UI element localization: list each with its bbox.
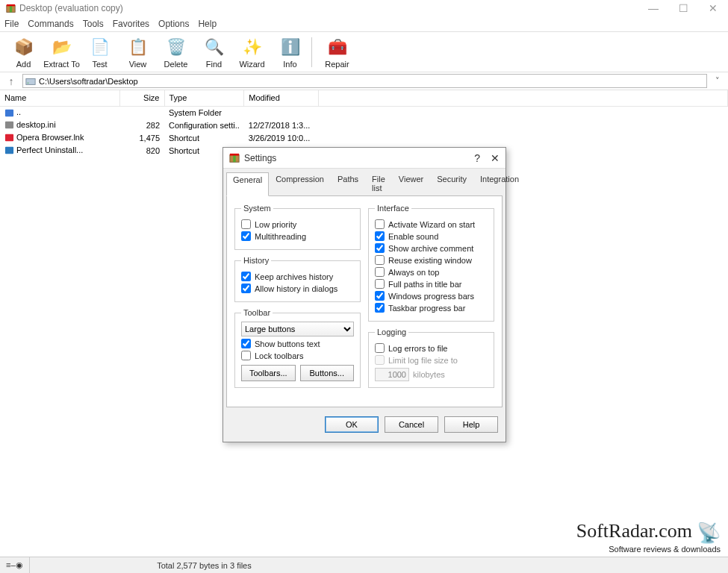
tab-compression[interactable]: Compression — [269, 172, 331, 195]
toolbar-checkbox-input-0[interactable] — [241, 339, 251, 348]
interface-checkbox-3[interactable]: Reuse existing window — [375, 255, 488, 265]
table-row[interactable]: Opera Browser.lnk1,475Shortcut3/26/2019 … — [0, 131, 728, 144]
tool-label: Find — [206, 60, 222, 69]
interface-checkbox-0[interactable]: Activate Wizard on start — [375, 219, 488, 229]
column-modified[interactable]: Modified — [244, 90, 319, 106]
menu-options[interactable]: Options — [158, 19, 189, 29]
menu-favorites[interactable]: Favorites — [113, 19, 149, 29]
interface-checkbox-input-7[interactable] — [375, 303, 385, 313]
column-size[interactable]: Size — [119, 90, 164, 106]
test-icon: 📄 — [89, 36, 111, 58]
repair-button[interactable]: 🧰Repair — [318, 34, 356, 70]
toolbar-checkbox-0[interactable]: Show buttons text — [241, 339, 354, 348]
folder-up-icon — [4, 108, 14, 118]
path-dropdown[interactable]: ˅ — [712, 76, 724, 86]
ok-button[interactable]: OK — [325, 416, 379, 433]
system-checkbox-0[interactable]: Low priority — [241, 219, 354, 229]
up-button[interactable]: ↑ — [4, 75, 18, 87]
interface-checkbox-input-0[interactable] — [375, 219, 385, 229]
log-size-input[interactable] — [375, 368, 409, 381]
history-checkbox-label-0: Keep archives history — [255, 272, 333, 281]
table-row[interactable]: desktop.ini282Configuration setti..12/27… — [0, 119, 728, 131]
menu-tools[interactable]: Tools — [83, 19, 104, 29]
wizard-icon: ✨ — [241, 36, 264, 58]
info-button[interactable]: ℹ️Info — [271, 34, 309, 70]
interface-checkbox-4[interactable]: Always on top — [375, 267, 488, 277]
interface-checkbox-7[interactable]: Taskbar progress bar — [375, 303, 488, 313]
find-icon: 🔍 — [203, 36, 225, 58]
history-checkbox-1[interactable]: Allow history in dialogs — [241, 284, 354, 293]
column-type[interactable]: Type — [164, 90, 244, 106]
logging-checkbox-input-0[interactable] — [375, 343, 385, 353]
help-icon[interactable]: ? — [474, 152, 480, 164]
minimize-button[interactable]: — — [644, 2, 662, 14]
interface-checkbox-input-4[interactable] — [375, 267, 385, 277]
tool-label: Repair — [325, 60, 349, 69]
menu-commands[interactable]: Commands — [28, 19, 73, 29]
toolbar-checkbox-input-1[interactable] — [241, 351, 251, 360]
interface-checkbox-label-5: Full paths in title bar — [388, 280, 461, 289]
toolbar-checkbox-label-0: Show buttons text — [255, 339, 320, 348]
toolbar-size-select[interactable]: Large buttons — [241, 322, 354, 336]
tool-label: Delete — [164, 60, 188, 69]
tab-panel-general: System Low priorityMultithreading Histor… — [226, 195, 503, 407]
logging-checkbox-label-1: Limit log file size to — [388, 356, 458, 365]
interface-checkbox-6[interactable]: Windows progress bars — [375, 291, 488, 301]
find-button[interactable]: 🔍Find — [195, 34, 233, 70]
extract-icon: 📂 — [51, 36, 73, 58]
menu-file[interactable]: File — [4, 19, 19, 29]
column-name[interactable]: Name — [0, 90, 119, 106]
file-modified: 12/27/2018 1:3... — [244, 119, 319, 131]
file-size: 1,475 — [119, 131, 164, 144]
tab-general[interactable]: General — [226, 172, 269, 196]
delete-button[interactable]: 🗑️Delete — [157, 34, 195, 70]
cancel-button[interactable]: Cancel — [385, 416, 438, 433]
file-type: Shortcut — [164, 131, 244, 144]
history-checkbox-input-1[interactable] — [241, 284, 251, 293]
svg-rect-11 — [230, 153, 239, 155]
extract-button[interactable]: 📂Extract To — [43, 34, 81, 70]
close-icon[interactable]: ✕ — [491, 152, 500, 164]
toolbar-checkbox-1[interactable]: Lock toolbars — [241, 351, 354, 360]
settings-dialog: Settings ? ✕ GeneralCompressionPathsFile… — [223, 147, 506, 442]
interface-checkbox-2[interactable]: Show archive comment — [375, 243, 488, 253]
tab-integration[interactable]: Integration — [473, 172, 526, 195]
interface-checkbox-5[interactable]: Full paths in title bar — [375, 279, 488, 289]
interface-checkbox-input-1[interactable] — [375, 231, 385, 241]
interface-checkbox-input-3[interactable] — [375, 255, 385, 265]
toolbar-separator — [311, 37, 316, 67]
interface-checkbox-1[interactable]: Enable sound — [375, 231, 488, 241]
close-button[interactable]: ✕ — [704, 2, 722, 14]
tab-viewer[interactable]: Viewer — [392, 172, 430, 195]
view-icon: 📋 — [127, 36, 149, 58]
tab-security[interactable]: Security — [430, 172, 473, 195]
table-row[interactable]: ..System Folder — [0, 106, 728, 119]
interface-checkbox-input-5[interactable] — [375, 279, 385, 289]
history-checkbox-0[interactable]: Keep archives history — [241, 272, 354, 281]
app-icon — [229, 153, 240, 163]
test-button[interactable]: 📄Test — [81, 34, 119, 70]
tab-file-list[interactable]: File list — [365, 172, 392, 195]
history-checkbox-input-0[interactable] — [241, 272, 251, 281]
address-bar: ↑ C:\Users\softradar\Desktop ˅ — [0, 72, 728, 90]
path-input[interactable]: C:\Users\softradar\Desktop — [22, 74, 707, 88]
file-name: .. — [16, 107, 21, 116]
system-checkbox-1[interactable]: Multithreading — [241, 231, 354, 241]
view-button[interactable]: 📋View — [119, 34, 157, 70]
interface-checkbox-input-6[interactable] — [375, 291, 385, 301]
system-checkbox-input-1[interactable] — [241, 231, 251, 241]
interface-checkbox-label-1: Enable sound — [388, 232, 438, 241]
wizard-button[interactable]: ✨Wizard — [233, 34, 271, 70]
help-button[interactable]: Help — [444, 416, 498, 433]
maximize-button[interactable]: ☐ — [674, 2, 692, 14]
interface-checkbox-input-2[interactable] — [375, 243, 385, 253]
title-bar: Desktop (evaluation copy) — ☐ ✕ — [0, 0, 728, 16]
system-checkbox-input-0[interactable] — [241, 219, 251, 229]
tab-paths[interactable]: Paths — [331, 172, 365, 195]
logging-checkbox-0[interactable]: Log errors to file — [375, 343, 488, 353]
menu-help[interactable]: Help — [198, 19, 217, 29]
buttons-button[interactable]: Buttons... — [300, 365, 355, 381]
toolbar-group: Toolbar Large buttons Show buttons textL… — [234, 308, 361, 388]
add-archive-button[interactable]: 📦Add — [4, 34, 43, 70]
toolbars-button[interactable]: Toolbars... — [241, 365, 296, 381]
